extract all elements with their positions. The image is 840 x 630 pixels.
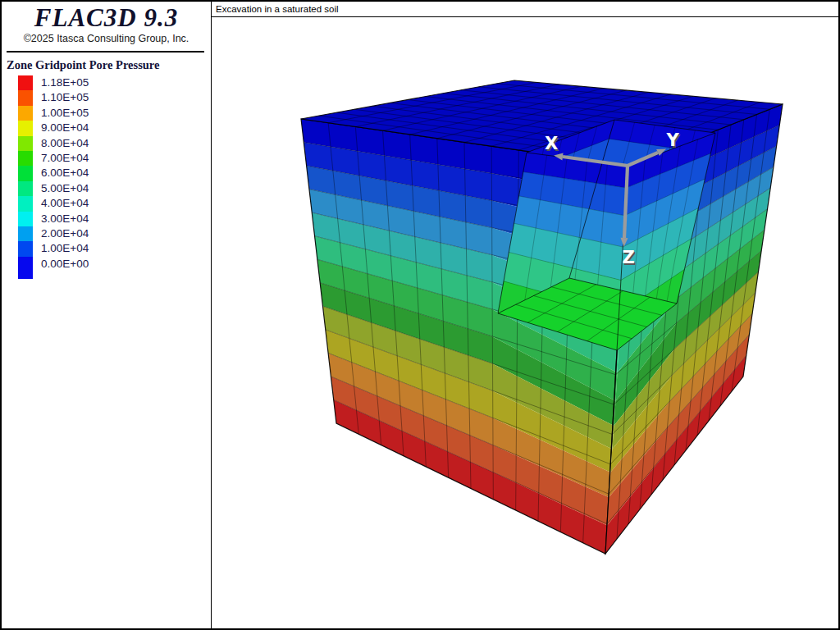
- panel-divider: [7, 51, 204, 52]
- legend-row: 8.00E+04: [18, 136, 211, 151]
- legend-row: 5.00E+04: [18, 181, 211, 196]
- legend-row: 4.00E+04: [18, 196, 211, 211]
- legend-row: 9.00E+04: [18, 121, 211, 135]
- copyright-text: ©2025 Itasca Consulting Group, Inc.: [2, 33, 211, 44]
- legend-title: Zone Gridpoint Pore Pressure: [7, 58, 211, 72]
- legend-swatch: [18, 226, 33, 241]
- legend-panel: FLAC3D 9.3 ©2025 Itasca Consulting Group…: [2, 2, 212, 628]
- axis-label-y: Y: [665, 130, 679, 150]
- legend-row: 1.10E+05: [18, 90, 211, 105]
- legend-value: 6.00E+04: [41, 166, 89, 180]
- legend-swatch: [18, 121, 33, 135]
- legend-row: 1.00E+05: [18, 106, 211, 121]
- app-title: FLAC3D 9.3: [2, 4, 211, 32]
- legend-value: 2.00E+04: [41, 226, 89, 241]
- axis-label-x: X: [545, 134, 558, 153]
- legend-swatch: [18, 166, 33, 180]
- legend-swatch: [18, 257, 33, 279]
- legend-row: 0.00E+00: [18, 257, 211, 272]
- legend-swatch: [18, 106, 33, 121]
- legend-value: 0.00E+00: [41, 257, 89, 272]
- legend-row: 3.00E+04: [18, 212, 211, 226]
- legend-swatch: [18, 181, 33, 196]
- plot-caption-bar: Excavation in a saturated soil: [212, 2, 838, 17]
- plot-caption: Excavation in a saturated soil: [216, 4, 339, 14]
- legend-value: 1.00E+04: [41, 241, 89, 256]
- legend-value: 5.00E+04: [41, 181, 89, 196]
- legend-row: 6.00E+04: [18, 166, 211, 180]
- legend-swatch: [18, 75, 33, 90]
- legend-row: 1.18E+05: [18, 75, 211, 90]
- legend-swatch: [18, 151, 33, 166]
- legend-value: 3.00E+04: [41, 212, 89, 226]
- axis-label-z: Z: [622, 248, 634, 267]
- color-legend: 1.18E+051.10E+051.00E+059.00E+048.00E+04…: [18, 75, 211, 272]
- legend-value: 1.10E+05: [41, 90, 89, 105]
- legend-value: 8.00E+04: [41, 136, 89, 151]
- legend-swatch: [18, 136, 33, 151]
- legend-row: 1.00E+04: [18, 241, 211, 256]
- legend-row: 7.00E+04: [18, 151, 211, 166]
- flac3d-window: XXYYZZ FLAC3D 9.3 ©2025 Itasca Consultin…: [0, 0, 840, 630]
- legend-value: 4.00E+04: [41, 196, 89, 211]
- legend-value: 7.00E+04: [41, 151, 89, 166]
- legend-row: 2.00E+04: [18, 226, 211, 241]
- legend-value: 1.00E+05: [41, 106, 89, 121]
- legend-value: 1.18E+05: [41, 75, 89, 90]
- legend-swatch: [18, 196, 33, 211]
- legend-value: 9.00E+04: [41, 121, 89, 135]
- legend-swatch: [18, 90, 33, 105]
- legend-swatch: [18, 241, 33, 256]
- legend-swatch: [18, 212, 33, 226]
